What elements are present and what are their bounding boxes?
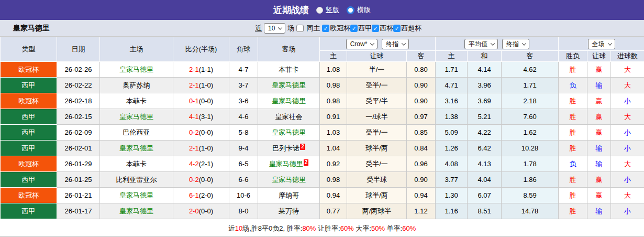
league-filter-2[interactable]: ✓西杯: [372, 24, 393, 33]
checkbox-checked-icon[interactable]: ✓: [322, 25, 329, 32]
euro-odds-group-header: 平均值 终指: [436, 37, 559, 51]
asia-odds-home: 0.77: [320, 203, 347, 219]
home-team-link[interactable]: 奥萨苏纳: [100, 78, 173, 93]
asia-odds-company-select[interactable]: Crow*: [346, 39, 378, 49]
match-row: 欧冠杯26-02-26皇家马德里2-1(1-1)4-7本菲卡1.08半/一0.8…: [1, 62, 644, 78]
home-team-link[interactable]: 皇家马德里: [100, 203, 173, 219]
league-badge: 西甲: [1, 141, 57, 156]
dropdown-header-row: 类型 日期 主场 比分(半场) 角球 客场 Crow* 终指: [1, 37, 644, 51]
league-filter-1[interactable]: ✓西甲: [350, 24, 372, 33]
match-row: 西甲26-02-22奥萨苏纳2-1(1-0)3-7皇家马德里0.98受半/一0.…: [1, 78, 644, 93]
away-team-link[interactable]: 皇家马德里: [258, 172, 320, 188]
asia-odds-away: 0.97: [407, 109, 436, 125]
match-count-select[interactable]: 10: [264, 23, 285, 34]
league-filter-label: 欧冠杯: [330, 24, 350, 33]
checkbox-checked-icon[interactable]: ✓: [393, 25, 401, 32]
radio-selected-icon[interactable]: [347, 6, 354, 14]
euro-odds-away: 1.78: [502, 156, 559, 172]
league-filter-label: 西杯: [380, 24, 393, 33]
match-date: 26-02-15: [57, 109, 100, 125]
home-team-link[interactable]: 皇家马德里: [100, 188, 173, 203]
chevron-down-icon: [607, 41, 612, 45]
league-filter-3[interactable]: ✓西超杯: [393, 24, 421, 33]
view-option-horizontal[interactable]: 横版: [347, 5, 371, 15]
away-team-link[interactable]: 皇家马德里: [258, 78, 320, 93]
euro-odds-company-select[interactable]: 平均值: [464, 39, 498, 49]
asia-odds-home: 0.98: [320, 93, 347, 109]
view-option-vertical[interactable]: 竖版: [316, 5, 339, 15]
match-row: 西甲26-02-09巴伦西亚0-2(0-0)5-8皇家马德里1.03受半/一0.…: [1, 125, 644, 141]
result-wl: 胜: [559, 172, 587, 188]
asia-odds-handicap: 受半/一: [347, 125, 407, 141]
same-home-filter[interactable]: 同主: [296, 24, 320, 33]
euro-odds-home: 1.26: [436, 141, 468, 156]
home-team-link[interactable]: 巴伦西亚: [100, 125, 173, 141]
note-badge: 2: [300, 144, 305, 150]
euro-odds-draw: 8.51: [468, 203, 502, 219]
asia-odds-time-select[interactable]: 终指: [382, 39, 409, 49]
view-option-vertical-label[interactable]: 竖版: [326, 5, 339, 15]
league-filter-0[interactable]: ✓欧冠杯: [322, 24, 350, 33]
euro-odds-home: 1.71: [436, 62, 468, 78]
home-team-link[interactable]: 皇家马德里: [100, 141, 173, 156]
asia-odds-company-value: Crow*: [350, 40, 368, 48]
home-team-link[interactable]: 比利亚雷亚尔: [100, 172, 173, 188]
result-goals: 大: [611, 62, 644, 78]
chevron-down-icon: [522, 41, 526, 45]
result-handicap: 赢: [587, 172, 611, 188]
stat-segment: 场,胜8平0负2, 胜率:: [242, 224, 302, 232]
radio-unselected-icon[interactable]: [316, 7, 323, 14]
away-team-link[interactable]: 莱万特: [258, 203, 320, 219]
euro-odds-away: 8.59: [502, 188, 559, 203]
result-handicap: 赢: [587, 188, 611, 203]
corner-score: 3-7: [229, 78, 258, 93]
away-team-link[interactable]: 皇家社会: [258, 109, 320, 125]
euro-odds-home: 3.77: [436, 172, 468, 188]
euro-odds-away: 7.60: [502, 109, 559, 125]
note-badge: 2: [304, 159, 309, 166]
asia-odds-away: 0.90: [407, 93, 436, 109]
euro-odds-draw: 4.14: [468, 62, 502, 78]
away-team-link[interactable]: 巴列卡诺2: [258, 141, 320, 156]
away-team-link[interactable]: 皇家马德里: [258, 125, 320, 141]
league-badge: 欧冠杯: [1, 62, 57, 78]
euro-odds-time-value: 终指: [506, 40, 519, 48]
result-wl: 胜: [559, 188, 587, 203]
view-option-horizontal-label[interactable]: 横版: [357, 5, 371, 15]
stat-segment: 单率:: [385, 224, 402, 232]
away-team-link[interactable]: 皇家马德里2: [258, 156, 320, 172]
result-goals: 小: [611, 172, 644, 188]
checkbox-unchecked-icon[interactable]: [296, 25, 304, 32]
match-score: 2-0(0-0): [173, 203, 229, 219]
home-team-link[interactable]: 皇家马德里: [100, 109, 173, 125]
result-scope-select[interactable]: 全场: [588, 39, 615, 49]
near-link[interactable]: 近: [255, 24, 262, 33]
stat-segment: 50%: [371, 224, 385, 232]
home-team-link[interactable]: 本菲卡: [100, 156, 173, 172]
asia-odds-away: 0.94: [407, 188, 436, 203]
euro-odds-company-value: 平均值: [469, 40, 487, 48]
home-team-link[interactable]: 本菲卡: [100, 93, 173, 109]
match-score: 4-1(3-1): [173, 109, 229, 125]
result-handicap: 赢: [587, 62, 611, 78]
league-badge: 西甲: [1, 203, 57, 219]
filter-bar: 皇家马德里 近 10 场 同主 ✓欧冠杯✓西甲✓西杯✓西超杯: [0, 20, 644, 37]
home-team-link[interactable]: 皇家马德里: [100, 62, 173, 78]
col-header-euro-away: 客: [502, 51, 559, 62]
away-team-link[interactable]: 本菲卡: [258, 62, 320, 78]
euro-odds-home: 1.30: [436, 188, 468, 203]
asia-odds-away: 0.85: [407, 125, 436, 141]
away-team-link[interactable]: 皇家马德里: [258, 93, 320, 109]
match-row: 西甲26-02-15皇家马德里4-1(3-1)4-6皇家社会0.91一/球半0.…: [1, 109, 644, 125]
asia-odds-away: 0.96: [407, 156, 436, 172]
euro-odds-draw: 6.07: [468, 188, 502, 203]
result-wl: 负: [559, 78, 587, 93]
col-header-away: 客场: [258, 37, 320, 62]
checkbox-checked-icon[interactable]: ✓: [372, 25, 379, 32]
result-wl: 负: [559, 156, 587, 172]
euro-odds-draw: 4.13: [468, 156, 502, 172]
euro-odds-time-select[interactable]: 终指: [502, 39, 529, 49]
asia-odds-home: 0.98: [320, 78, 347, 93]
away-team-link[interactable]: 摩纳哥: [258, 188, 320, 203]
checkbox-checked-icon[interactable]: ✓: [350, 25, 358, 32]
